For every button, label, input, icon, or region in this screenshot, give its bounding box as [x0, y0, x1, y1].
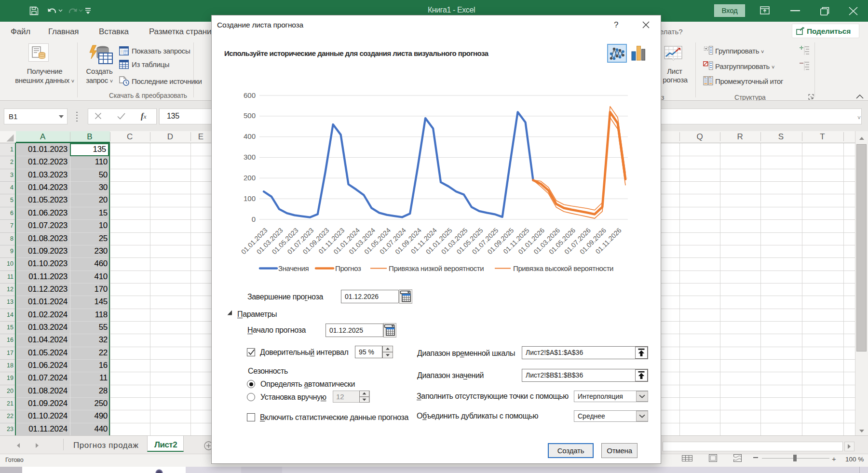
svg-text:Прогноз: Прогноз — [335, 264, 361, 272]
svg-text:100: 100 — [244, 194, 256, 203]
svg-text:500: 500 — [244, 111, 256, 120]
svg-text:Привязка высокой вероятности: Привязка высокой вероятности — [513, 264, 613, 272]
svg-text:400: 400 — [244, 132, 256, 140]
svg-text:Привязка низкой вероятности: Привязка низкой вероятности — [389, 264, 484, 272]
svg-text:Значения: Значения — [278, 264, 309, 272]
svg-text:0: 0 — [252, 215, 256, 223]
svg-text:600: 600 — [244, 91, 256, 99]
svg-text:300: 300 — [244, 153, 256, 161]
svg-text:200: 200 — [244, 174, 256, 182]
